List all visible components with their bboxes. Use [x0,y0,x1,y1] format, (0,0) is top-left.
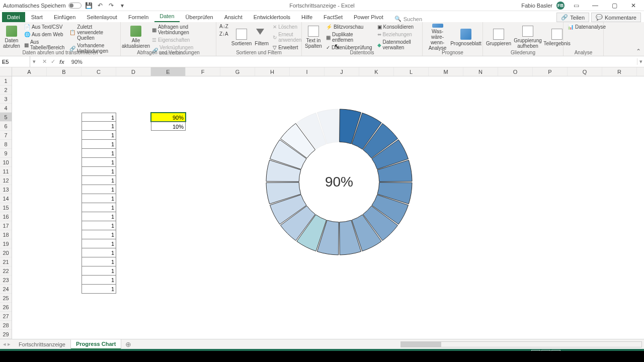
tab-factset[interactable]: FactSet [318,12,348,22]
text-to-columns-button[interactable]: Text in Spalten [305,24,322,51]
ungroup-button[interactable]: Gruppierung aufheben [514,24,541,51]
filter-button[interactable]: Filtern [255,24,269,51]
tab-pagelayout[interactable]: Seitenlayout [82,12,122,22]
close-button[interactable]: ✕ [626,2,641,9]
worksheet-grid[interactable]: ABCDEFGHIJKLMNOPQR 123456789101112131415… [0,67,644,339]
row-header-8[interactable]: 8 [0,140,12,149]
row-header-26[interactable]: 26 [0,303,12,312]
cell-C21[interactable]: 1 [82,257,116,266]
column-header-I[interactable]: I [290,67,325,76]
cell-C22[interactable]: 1 [82,266,116,276]
column-header-N[interactable]: N [463,67,498,76]
forecast-button[interactable]: Prognoseblatt [452,24,479,51]
ribbon-display-icon[interactable]: ▭ [569,2,584,9]
from-web[interactable]: 🌐Aus dem Web [23,31,65,38]
cell-E6[interactable]: 10% [151,122,186,131]
group-button[interactable]: Gruppieren [486,24,511,51]
sort-asc-button[interactable]: A↓Z [219,24,228,29]
comments-button[interactable]: 💬Kommentare [591,13,641,22]
column-header-G[interactable]: G [220,67,255,76]
autosave-toggle[interactable]: Automatisches Speichern [3,3,82,9]
expand-formula-bar-icon[interactable]: ▾ [637,58,644,65]
undo-icon[interactable]: ↶ [97,2,104,9]
row-header-10[interactable]: 10 [0,158,12,167]
row-header-12[interactable]: 12 [0,176,12,185]
redo-icon[interactable]: ↷ [108,2,115,9]
cell-C24[interactable]: 1 [82,285,116,294]
collapse-ribbon-icon[interactable]: ⌃ [636,48,641,55]
row-header-29[interactable]: 29 [0,330,12,339]
remove-duplicates[interactable]: ▦Duplikate entfernen [325,31,373,43]
tab-view[interactable]: Ansicht [219,12,248,22]
cell-C18[interactable]: 1 [82,230,116,239]
cell-C9[interactable]: 1 [82,149,116,158]
column-header-Q[interactable]: Q [568,67,602,76]
name-box[interactable] [0,56,30,67]
row-header-2[interactable]: 2 [0,85,12,95]
column-header-H[interactable]: H [255,67,290,76]
sheet-tab-2[interactable]: Progress Chart [71,339,121,349]
qat-customize-icon[interactable]: ▾ [119,2,126,9]
row-header-25[interactable]: 25 [0,294,12,303]
row-header-20[interactable]: 20 [0,248,12,257]
user-avatar[interactable]: FB [556,2,565,10]
row-header-18[interactable]: 18 [0,230,12,239]
add-sheet-button[interactable]: ⊕ [121,340,135,348]
cell-C5[interactable]: 1 [82,113,116,122]
column-header-P[interactable]: P [533,67,568,76]
row-header-14[interactable]: 14 [0,194,12,203]
donut-chart[interactable]: 90% [259,102,420,262]
from-text-csv[interactable]: 📄Aus Text/CSV [23,24,65,30]
row-header-3[interactable]: 3 [0,95,12,104]
row-header-23[interactable]: 23 [0,276,12,285]
column-header-K[interactable]: K [359,67,394,76]
row-header-4[interactable]: 4 [0,104,12,113]
minimize-button[interactable]: — [588,2,603,9]
tab-insert[interactable]: Einfügen [49,12,80,22]
consolidate[interactable]: ▣Konsolidieren [376,24,419,30]
cell-C23[interactable]: 1 [82,276,116,285]
column-header-D[interactable]: D [116,67,151,76]
row-header-7[interactable]: 7 [0,131,12,140]
column-header-L[interactable]: L [394,67,429,76]
tab-help[interactable]: Hilfe [296,12,317,22]
row-header-17[interactable]: 17 [0,221,12,230]
tab-formulas[interactable]: Formeln [123,12,153,22]
sort-desc-button[interactable]: Z↓A [219,31,228,37]
row-header-22[interactable]: 22 [0,266,12,276]
column-header-R[interactable]: R [602,67,637,76]
user-name[interactable]: Fabio Basler [521,3,552,9]
cell-C11[interactable]: 1 [82,167,116,176]
whatif-button[interactable]: Was-wäre-wenn- Analyse [426,24,449,51]
column-header-C[interactable]: C [82,67,116,76]
maximize-button[interactable]: ▢ [607,2,622,9]
row-header-11[interactable]: 11 [0,167,12,176]
formula-bar[interactable]: 90% [68,56,637,67]
sort-button[interactable]: Sortieren [231,24,252,51]
fx-icon[interactable]: fx [59,59,64,65]
column-header-A[interactable]: A [12,67,47,76]
select-all-button[interactable] [0,67,12,76]
horizontal-scrollbar[interactable] [400,341,642,347]
tell-me-search[interactable]: 🔍 Suchen [394,16,422,22]
share-button[interactable]: 🔗Teilen [556,13,589,22]
get-data-button[interactable]: Daten abrufen [3,24,20,51]
cell-C20[interactable]: 1 [82,248,116,257]
row-header-1[interactable]: 1 [0,76,12,85]
cell-E5[interactable]: 90% [151,113,186,122]
tab-data[interactable]: Daten [154,11,179,22]
recent-sources[interactable]: 📋Zuletzt verwendete Quellen [68,24,117,41]
row-header-19[interactable]: 19 [0,239,12,248]
column-header-B[interactable]: B [47,67,82,76]
cell-C13[interactable]: 1 [82,185,116,194]
column-header-J[interactable]: J [325,67,359,76]
cell-C10[interactable]: 1 [82,158,116,167]
enter-icon[interactable]: ✓ [51,58,55,65]
queries-connections[interactable]: ▦Abfragen und Verbindungen [151,24,213,36]
from-table-range[interactable]: ▦Aus Tabelle/Bereich [23,39,65,51]
tab-devtools[interactable]: Entwicklertools [249,12,295,22]
cell-C7[interactable]: 1 [82,131,116,140]
cell-C19[interactable]: 1 [82,239,116,248]
row-header-6[interactable]: 6 [0,122,12,131]
tab-start[interactable]: Start [26,12,48,22]
